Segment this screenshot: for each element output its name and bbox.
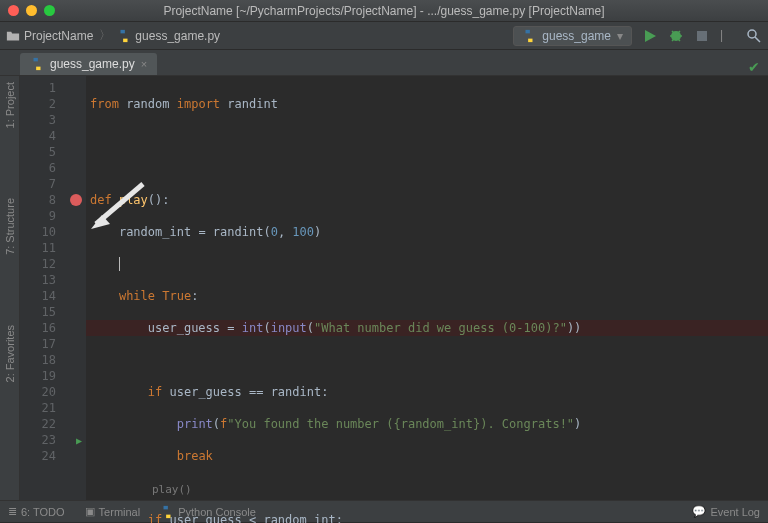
punct: ( — [307, 321, 314, 335]
python-file-icon — [30, 57, 44, 71]
line-number[interactable]: 2 — [20, 96, 68, 112]
line-number[interactable]: 10 — [20, 224, 68, 240]
line-number[interactable]: 6 — [20, 160, 68, 176]
code-breadcrumb[interactable]: play() — [152, 480, 192, 500]
punct: (): — [148, 193, 170, 207]
breadcrumb-file[interactable]: guess_game.py — [135, 29, 220, 43]
punct: , — [278, 225, 292, 239]
builtin: int — [242, 321, 264, 335]
identifier: user_guess — [148, 321, 220, 335]
code-area[interactable]: from random import randint def play(): r… — [86, 76, 768, 500]
op: = — [191, 225, 213, 239]
tool-window-favorites[interactable]: 2: Favorites — [4, 325, 16, 382]
search-button[interactable] — [746, 28, 762, 44]
window-controls — [8, 5, 55, 16]
close-window-button[interactable] — [8, 5, 19, 16]
identifier: randint — [271, 385, 322, 399]
breadcrumb-project[interactable]: ProjectName — [24, 29, 93, 43]
keyword: while — [119, 289, 155, 303]
line-number[interactable]: 12 — [20, 256, 68, 272]
identifier: user_guess — [169, 385, 241, 399]
svg-rect-1 — [697, 31, 707, 41]
line-number[interactable]: 3 — [20, 112, 68, 128]
tool-window-todo[interactable]: ≣ 6: TODO — [8, 505, 65, 518]
punct: ( — [263, 321, 270, 335]
line-number-run-marker[interactable]: 23 — [20, 432, 68, 448]
dropdown-arrow-icon: ▾ — [617, 29, 623, 43]
folder-icon — [6, 29, 20, 43]
line-number-gutter[interactable]: 1 2 3 4 5 6 7 8 9 10 11 12 13 14 15 16 1… — [20, 76, 68, 500]
line-number[interactable]: 19 — [20, 368, 68, 384]
run-configuration-selector[interactable]: guess_game ▾ — [513, 26, 632, 46]
punct: ( — [213, 417, 220, 431]
punct: : — [191, 289, 198, 303]
punct: ( — [263, 225, 270, 239]
op: = — [220, 321, 242, 335]
builtin: print — [177, 417, 213, 431]
function-name: play — [119, 193, 148, 207]
text-cursor — [119, 257, 120, 271]
editor-tab-guess-game[interactable]: guess_game.py × — [20, 53, 157, 75]
identifier: random_int — [119, 225, 191, 239]
keyword: break — [177, 449, 213, 463]
python-icon — [160, 505, 174, 519]
debug-button[interactable] — [668, 28, 684, 44]
tool-window-structure[interactable]: 7: Structure — [4, 198, 16, 255]
tool-window-project[interactable]: 1: Project — [4, 82, 16, 128]
call: randint — [213, 225, 264, 239]
number: 0 — [271, 225, 278, 239]
minimize-window-button[interactable] — [26, 5, 37, 16]
number: 100 — [292, 225, 314, 239]
identifier: randint — [227, 97, 278, 111]
line-number[interactable]: 5 — [20, 144, 68, 160]
toolbar-actions: | — [642, 28, 762, 44]
line-number[interactable]: 13 — [20, 272, 68, 288]
line-number[interactable]: 7 — [20, 176, 68, 192]
punct: )) — [567, 321, 581, 335]
line-number[interactable]: 20 — [20, 384, 68, 400]
line-number[interactable]: 16 — [20, 320, 68, 336]
builtin: input — [271, 321, 307, 335]
punct: : — [321, 385, 328, 399]
tab-close-icon[interactable]: × — [141, 58, 147, 70]
line-number[interactable]: 15 — [20, 304, 68, 320]
identifier: random_int — [263, 513, 335, 523]
line-number[interactable]: 14 — [20, 288, 68, 304]
inspection-ok-icon[interactable]: ✔ — [748, 59, 760, 75]
identifier: random — [126, 97, 169, 111]
keyword: True — [162, 289, 191, 303]
keyword: def — [90, 193, 112, 207]
divider-icon: | — [720, 28, 736, 44]
maximize-window-button[interactable] — [44, 5, 55, 16]
main-area: 1: Project 7: Structure 2: Favorites 1 2… — [0, 76, 768, 500]
string: "What number did we guess (0-100)?" — [314, 321, 567, 335]
left-tool-strip: 1: Project 7: Structure 2: Favorites — [0, 76, 20, 500]
line-number[interactable]: 22 — [20, 416, 68, 432]
line-number[interactable]: 11 — [20, 240, 68, 256]
line-number[interactable]: 24 — [20, 448, 68, 464]
identifier: user_guess — [169, 513, 241, 523]
line-number[interactable]: 4 — [20, 128, 68, 144]
run-button[interactable] — [642, 28, 658, 44]
line-number[interactable]: 9 — [20, 208, 68, 224]
op: == — [242, 385, 271, 399]
editor-tabs: guess_game.py × ✔ — [0, 50, 768, 76]
stop-button[interactable] — [694, 28, 710, 44]
line-number[interactable]: 17 — [20, 336, 68, 352]
breadcrumb-separator: 〉 — [99, 27, 111, 44]
editor[interactable]: 1 2 3 4 5 6 7 8 9 10 11 12 13 14 15 16 1… — [20, 76, 768, 500]
line-number-breakpoint[interactable]: 8 — [20, 192, 68, 208]
op: < — [242, 513, 264, 523]
line-number[interactable]: 21 — [20, 400, 68, 416]
navigation-bar: ProjectName 〉 guess_game.py guess_game ▾… — [0, 22, 768, 50]
titlebar: ProjectName [~/PycharmProjects/ProjectNa… — [0, 0, 768, 22]
line-number[interactable]: 1 — [20, 80, 68, 96]
breadcrumb: ProjectName 〉 guess_game.py — [6, 27, 220, 44]
checklist-icon: ≣ — [8, 505, 17, 518]
punct: ) — [314, 225, 321, 239]
run-config-name: guess_game — [542, 29, 611, 43]
svg-point-2 — [748, 30, 756, 38]
todo-label: 6: TODO — [21, 506, 65, 518]
line-number[interactable]: 18 — [20, 352, 68, 368]
keyword: from — [90, 97, 119, 111]
